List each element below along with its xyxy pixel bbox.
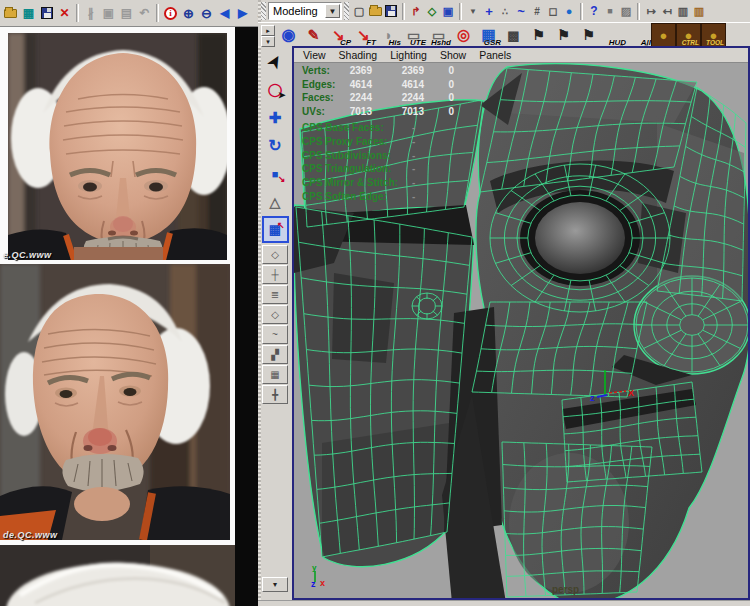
scale-tool-icon[interactable]: ■↘ — [262, 160, 289, 187]
browse-thumbnails-icon[interactable]: ▦ — [20, 4, 37, 23]
hud-row: Verts:236923690 — [294, 65, 514, 77]
prev-image-icon[interactable]: ◀ — [216, 4, 233, 23]
cps-hud-row: CPS Subdivisions:- — [294, 150, 514, 162]
ft-arrow-shelf-icon[interactable]: ↘FT — [351, 23, 376, 47]
panel-menu-view[interactable]: View — [303, 49, 326, 61]
hud-value: 0 — [442, 79, 454, 90]
select-tool-icon[interactable]: ➤ — [262, 48, 289, 75]
make-live-icon[interactable]: ● — [561, 3, 577, 20]
zoom-out-icon[interactable]: ⊖ — [198, 4, 215, 23]
gsr-panels-shelf-icon[interactable]: ▦GSR — [476, 23, 501, 47]
panel-menu-shading[interactable]: Shading — [339, 49, 378, 61]
highlight-selection-icon[interactable]: ▨ — [618, 3, 634, 20]
show-manipulator-tool-icon[interactable]: △ — [262, 188, 289, 215]
svg-text:X: X — [628, 388, 634, 398]
shelf-tab-icon[interactable]: ▸ — [261, 25, 275, 36]
lasso-select-tool-icon[interactable]: ◯➤ — [262, 76, 289, 103]
panel-menu-panels[interactable]: Panels — [479, 49, 511, 61]
open-scene-icon[interactable] — [367, 3, 383, 20]
status-line: Modeling ▼ ▢↱◇▣▼+∴~#◻●?■▨↦↤▥▥ — [258, 0, 750, 22]
hud-toggle-shelf-icon[interactable]: HUD — [601, 23, 626, 47]
panel-menubar: ViewShadingLightingShowPanels — [294, 48, 748, 63]
all-toggle-shelf-icon[interactable]: All — [626, 23, 651, 47]
save-image-icon[interactable] — [38, 4, 55, 23]
snap-to-points-icon[interactable]: ∴ — [497, 3, 513, 20]
checker-flag-2-shelf-icon[interactable]: ⚑ — [551, 23, 576, 47]
drag-handle[interactable] — [261, 2, 266, 20]
cp-arrow-shelf-icon[interactable]: ↘CP — [326, 23, 351, 47]
ute-panel-shelf-icon[interactable]: ▭UTE — [401, 23, 426, 47]
single-pane-layout-button[interactable]: ◇ — [262, 245, 288, 264]
cps-value: - — [412, 150, 415, 161]
ipr-render-icon[interactable]: ▥ — [691, 3, 707, 20]
new-scene-icon[interactable]: ▢ — [351, 3, 367, 20]
outliner-persp-layout-button[interactable]: ◇ — [262, 305, 288, 324]
panel-menu-lighting[interactable]: Lighting — [390, 49, 427, 61]
gold-sphere-shelf-icon[interactable]: ● — [651, 23, 676, 47]
paste-icon[interactable]: ▤ — [118, 4, 135, 23]
persp-trax-layout-button[interactable]: ╋ — [262, 385, 288, 404]
hud-label: Verts: — [302, 65, 330, 76]
save-scene-icon[interactable] — [383, 3, 399, 20]
select-by-hierarchy-icon[interactable]: ↱ — [408, 3, 424, 20]
chevron-down-icon[interactable]: ▼ — [325, 4, 340, 18]
lock-selection-icon[interactable]: ■ — [602, 3, 618, 20]
persp-graph-layout-button[interactable]: ~ — [262, 325, 288, 344]
snap-to-grid-icon[interactable]: # — [529, 3, 545, 20]
hud-value: 2244 — [390, 92, 424, 103]
four-pane-layout-button[interactable]: ┼ — [262, 265, 288, 284]
last-tool-icon[interactable]: ▦↖ — [262, 216, 289, 243]
delete-image-icon[interactable]: ✕ — [56, 4, 73, 23]
snap-to-planes-icon[interactable]: ◻ — [545, 3, 561, 20]
input-connections-icon[interactable]: ↦ — [643, 3, 659, 20]
status-separator — [459, 3, 462, 20]
panel-menu-show[interactable]: Show — [440, 49, 466, 61]
copy-icon[interactable]: ▣ — [100, 4, 117, 23]
menu-set-dropdown[interactable]: Modeling ▼ — [268, 2, 342, 20]
persp-outliner-layout-button[interactable]: ≣ — [262, 285, 288, 304]
cps-sphere-shelf-icon[interactable]: ◉ — [276, 23, 301, 47]
add-selection-icon[interactable]: + — [481, 3, 497, 20]
gold-tool-shelf-icon[interactable]: ●TOOL — [701, 23, 726, 47]
rotate-tool-icon[interactable]: ↻ — [262, 132, 289, 159]
gold-ctrl-shelf-icon[interactable]: ●CTRL — [676, 23, 701, 47]
help-icon[interactable]: ? — [586, 3, 602, 20]
image-info-icon[interactable]: i — [162, 4, 179, 23]
selection-mask-icon[interactable]: ▼ — [465, 3, 481, 20]
hshd-panel-shelf-icon[interactable]: ▭Hshd — [426, 23, 451, 47]
cut-icon[interactable]: ∦ — [82, 4, 99, 23]
history-pagecurl-shelf-icon[interactable]: ◗His — [376, 23, 401, 47]
viewport-canvas[interactable]: X z Verts:236923690Edges:461446140Faces:… — [294, 63, 748, 598]
status-separator — [402, 3, 405, 20]
shelf-menu-button[interactable]: ▾ — [261, 36, 275, 47]
zoom-in-icon[interactable]: ⊕ — [180, 4, 197, 23]
paint-brush-shelf-icon[interactable]: ✎ — [301, 23, 326, 47]
hud-row: Edges:461446140 — [294, 79, 514, 91]
select-by-object-icon[interactable]: ◇ — [424, 3, 440, 20]
checker-flag-1-shelf-icon[interactable]: ⚑ — [526, 23, 551, 47]
select-by-component-icon[interactable]: ▣ — [440, 3, 456, 20]
photo-viewer-toolbar: ▦✕∦▣▤↶i⊕⊖◀▶▲▼12 — [0, 0, 258, 27]
photo-viewer-window: ▦✕∦▣▤↶i⊕⊖◀▶▲▼12 — [0, 0, 258, 606]
next-image-icon[interactable]: ▶ — [234, 4, 251, 23]
snap-to-curves-icon[interactable]: ~ — [513, 3, 529, 20]
hypergraph-layout-layout-button[interactable]: ▞ — [262, 345, 288, 364]
checker-grid-shelf-icon[interactable]: ▩ — [501, 23, 526, 47]
undo-icon[interactable]: ↶ — [136, 4, 153, 23]
render-current-frame-icon[interactable]: ▥ — [675, 3, 691, 20]
delete-warning-shelf-icon[interactable]: ◎ — [451, 23, 476, 47]
output-connections-icon[interactable]: ↤ — [659, 3, 675, 20]
open-folder-icon[interactable] — [2, 4, 19, 23]
svg-text:z: z — [590, 393, 595, 403]
drag-handle[interactable] — [344, 2, 349, 20]
checker-flag-3-shelf-icon[interactable]: ⚑ — [576, 23, 601, 47]
persp-uv-layout-button[interactable]: ▦ — [262, 365, 288, 384]
cps-value: - — [412, 191, 415, 202]
hud-label: UVs: — [302, 106, 325, 117]
shelf: ▸ ▾ ◉✎↘CP↘FT◗His▭UTE▭Hshd◎▦GSR▩⚑⚑⚑HUDAll… — [258, 22, 750, 46]
move-tool-icon[interactable]: ✚ — [262, 104, 289, 131]
hud-label: Edges: — [302, 79, 335, 90]
toolbox-menu-button[interactable]: ▾ — [262, 577, 288, 592]
reference-photo-hair — [0, 545, 235, 606]
hud-row: Faces:224422440 — [294, 92, 514, 104]
